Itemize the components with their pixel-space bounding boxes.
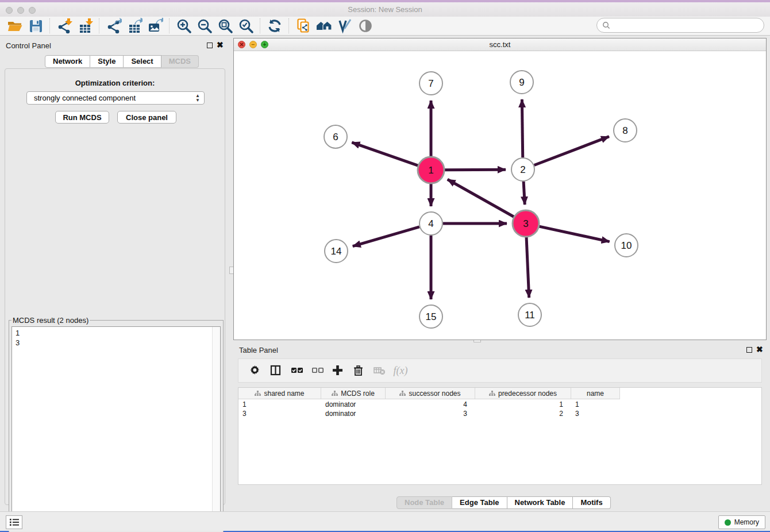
graph-node-6[interactable]: 6 bbox=[324, 125, 347, 148]
graph-edge-1-2[interactable] bbox=[445, 169, 506, 170]
graph-node-9[interactable]: 9 bbox=[510, 71, 533, 94]
cell-name[interactable]: 3 bbox=[571, 409, 620, 418]
add-column-button[interactable] bbox=[328, 362, 349, 379]
tab-motifs[interactable]: Motifs bbox=[573, 496, 610, 509]
graph-edge-3-11[interactable] bbox=[526, 237, 529, 298]
control-panel: Control Panel ✖ NetworkStyleSelectMCDS O… bbox=[0, 36, 230, 511]
show-columns-button[interactable] bbox=[266, 362, 287, 379]
graph-node-15[interactable]: 15 bbox=[419, 305, 442, 328]
table-settings-button[interactable] bbox=[245, 362, 266, 379]
svg-text:9: 9 bbox=[519, 77, 524, 88]
cell-successor-nodes[interactable]: 4 bbox=[386, 400, 475, 409]
search-icon bbox=[602, 21, 610, 29]
export-table-button[interactable] bbox=[124, 17, 145, 34]
search-field[interactable] bbox=[596, 18, 764, 33]
deselect-all-columns-icon bbox=[311, 365, 324, 376]
graph-node-2[interactable]: 2 bbox=[511, 158, 534, 181]
tab-edge-table[interactable]: Edge Table bbox=[452, 496, 507, 509]
result-scrollbar[interactable] bbox=[212, 327, 220, 516]
cell-name[interactable]: 1 bbox=[571, 400, 620, 409]
zoom-selected-button[interactable] bbox=[236, 17, 256, 34]
deselect-all-columns-button[interactable] bbox=[307, 362, 328, 379]
network-graph-canvas: 7968124314101511 bbox=[234, 51, 766, 340]
zoom-in-icon bbox=[176, 18, 192, 34]
column-label: name bbox=[587, 390, 604, 398]
select-all-columns-icon bbox=[291, 365, 303, 376]
zoom-out-button[interactable] bbox=[194, 17, 215, 34]
open-session-button[interactable] bbox=[5, 17, 25, 34]
cell-shared-name[interactable]: 1 bbox=[238, 400, 321, 409]
graph-edge-1-6[interactable] bbox=[352, 142, 418, 165]
import-network-button[interactable] bbox=[54, 17, 75, 34]
graph-edge-3-1[interactable] bbox=[448, 179, 514, 217]
graph-edge-2-3[interactable] bbox=[523, 182, 525, 205]
close-panel-button[interactable]: Close panel bbox=[117, 111, 176, 124]
graph-node-3[interactable]: 3 bbox=[513, 210, 539, 237]
tab-style[interactable]: Style bbox=[90, 55, 124, 68]
cell-successor-nodes[interactable]: 3 bbox=[386, 409, 475, 418]
table-row[interactable]: 3dominator323 bbox=[238, 409, 761, 418]
graph-edge-3-10[interactable] bbox=[539, 226, 609, 242]
select-all-columns-button[interactable] bbox=[287, 362, 307, 379]
tab-network-table[interactable]: Network Table bbox=[507, 496, 573, 509]
column-header-predecessor-nodes[interactable]: predecessor nodes bbox=[475, 388, 571, 399]
table-row[interactable]: 1dominator411 bbox=[238, 400, 761, 409]
column-header-successor-nodes[interactable]: successor nodes bbox=[386, 388, 475, 399]
graph-node-8[interactable]: 8 bbox=[614, 119, 637, 142]
search-input[interactable] bbox=[613, 21, 759, 30]
column-header-MCDS-role[interactable]: MCDS role bbox=[321, 388, 386, 399]
toggle-graphics-details-button[interactable] bbox=[355, 17, 376, 34]
criterion-select[interactable]: strongly connected component ▲▼ bbox=[26, 91, 205, 105]
tab-network[interactable]: Network bbox=[45, 55, 90, 68]
table-header-row: shared nameMCDS rolesuccessor nodesprede… bbox=[238, 388, 620, 399]
graph-node-11[interactable]: 11 bbox=[518, 303, 541, 326]
duplicate-network-icon bbox=[295, 18, 311, 34]
run-mcds-button[interactable]: Run MCDS bbox=[55, 111, 109, 124]
export-image-button[interactable] bbox=[145, 17, 165, 34]
table-float-icon[interactable] bbox=[746, 347, 752, 353]
column-header-name[interactable]: name bbox=[571, 388, 620, 399]
app-titlebar: Session: New Session bbox=[0, 2, 770, 17]
graph-node-14[interactable]: 14 bbox=[325, 240, 348, 263]
home-networks-icon bbox=[316, 18, 332, 34]
graph-edge-2-9[interactable] bbox=[522, 99, 522, 157]
memory-button[interactable]: Memory bbox=[718, 515, 765, 529]
tab-node-table[interactable]: Node Table bbox=[396, 496, 452, 509]
cell-MCDS-role[interactable]: dominator bbox=[321, 400, 386, 409]
duplicate-network-button[interactable] bbox=[293, 17, 314, 34]
task-history-button[interactable] bbox=[6, 515, 22, 529]
zoom-in-button[interactable] bbox=[174, 17, 194, 34]
validator-button[interactable] bbox=[334, 17, 355, 34]
memory-label: Memory bbox=[734, 518, 759, 526]
column-header-shared-name[interactable]: shared name bbox=[238, 388, 321, 399]
graph-node-4[interactable]: 4 bbox=[419, 212, 442, 235]
graph-node-7[interactable]: 7 bbox=[419, 72, 442, 95]
delete-column-button[interactable] bbox=[349, 362, 369, 379]
close-panel-icon[interactable]: ✖ bbox=[217, 42, 224, 48]
cell-predecessor-nodes[interactable]: 1 bbox=[475, 400, 571, 409]
graph-node-1[interactable]: 1 bbox=[418, 157, 444, 183]
apply-layout-button[interactable] bbox=[264, 17, 285, 34]
tab-select[interactable]: Select bbox=[124, 55, 161, 68]
graph-edge-2-8[interactable] bbox=[534, 137, 609, 165]
toolbar-separator bbox=[99, 18, 100, 33]
svg-text:10: 10 bbox=[621, 240, 632, 251]
tab-mcds[interactable]: MCDS bbox=[161, 55, 199, 68]
save-session-button[interactable] bbox=[25, 17, 46, 34]
import-table-button[interactable] bbox=[75, 17, 95, 34]
mcds-result-area: 1 3 bbox=[11, 326, 221, 517]
cell-predecessor-nodes[interactable]: 2 bbox=[475, 409, 571, 418]
export-network-button[interactable] bbox=[103, 17, 124, 34]
zoom-fit-button[interactable] bbox=[215, 17, 236, 34]
add-column-icon bbox=[332, 365, 345, 376]
graph-node-10[interactable]: 10 bbox=[615, 234, 638, 257]
cell-MCDS-role[interactable]: dominator bbox=[321, 409, 386, 418]
table-close-icon[interactable]: ✖ bbox=[756, 346, 763, 352]
graph-edge-4-14[interactable] bbox=[353, 227, 419, 246]
function-builder-button: f(x) bbox=[390, 362, 411, 379]
float-panel-icon[interactable] bbox=[207, 43, 213, 48]
cell-shared-name[interactable]: 3 bbox=[238, 409, 321, 418]
zoom-selected-icon bbox=[238, 18, 254, 34]
home-networks-button[interactable] bbox=[314, 17, 334, 34]
control-panel-header: Control Panel ✖ bbox=[0, 40, 230, 52]
